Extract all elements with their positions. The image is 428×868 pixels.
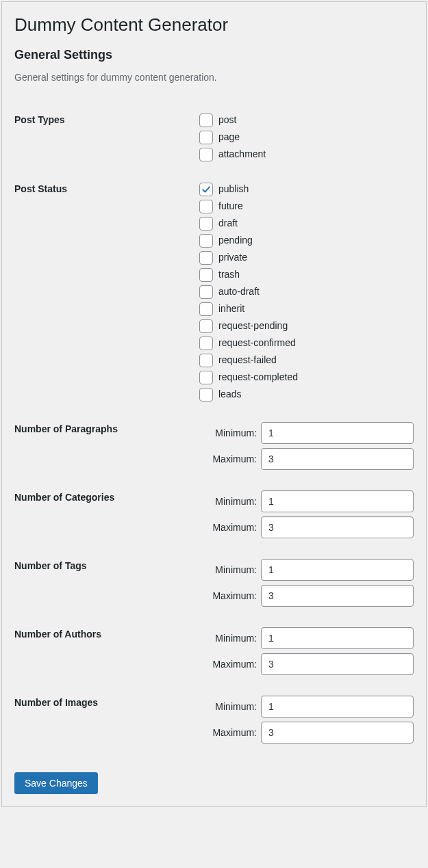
post-status-option: request-completed	[199, 370, 414, 384]
label-num-tags: Number of Tags	[14, 549, 199, 618]
post-type-option: post	[199, 113, 414, 127]
categories-max-input[interactable]	[261, 516, 414, 538]
post-status-option: publish	[199, 182, 414, 196]
section-description: General settings for dummy content gener…	[14, 72, 414, 83]
post-status-label: private	[218, 250, 247, 265]
categories-min-input[interactable]	[261, 490, 414, 512]
post-status-option: draft	[199, 216, 414, 231]
post-status-checkbox-request-completed[interactable]	[199, 371, 213, 384]
label-num-paragraphs: Number of Paragraphs	[14, 412, 199, 481]
label-num-images: Number of Images	[14, 686, 199, 754]
max-label: Maximum:	[199, 453, 261, 464]
tags-min-input[interactable]	[261, 559, 414, 581]
post-status-label: pending	[218, 233, 253, 248]
post-status-checkbox-trash[interactable]	[199, 268, 213, 282]
images-max-input[interactable]	[261, 722, 414, 744]
post-status-label: request-pending	[218, 319, 288, 333]
post-status-label: auto-draft	[218, 285, 260, 299]
min-label: Minimum:	[199, 633, 261, 644]
settings-table: Post Types postpageattachment Post Statu…	[14, 103, 414, 754]
post-status-checkbox-pending[interactable]	[199, 234, 213, 248]
post-status-option: inherit	[199, 302, 414, 316]
post-status-label: trash	[218, 267, 240, 282]
post-status-label: publish	[218, 182, 249, 196]
max-label: Maximum:	[199, 590, 261, 601]
paragraphs-min-input[interactable]	[261, 422, 414, 444]
post-type-checkbox-post[interactable]	[199, 114, 213, 127]
post-type-label: post	[218, 113, 236, 127]
post-status-checkbox-draft[interactable]	[199, 217, 213, 231]
post-status-checkbox-request-confirmed[interactable]	[199, 337, 213, 350]
images-min-input[interactable]	[261, 696, 414, 718]
post-status-label: inherit	[218, 302, 244, 316]
post-status-checkbox-request-pending[interactable]	[199, 319, 213, 333]
post-status-checkbox-inherit[interactable]	[199, 302, 213, 316]
max-label: Maximum:	[199, 727, 261, 738]
label-num-categories: Number of Categories	[14, 481, 199, 549]
post-status-label: request-failed	[218, 353, 277, 367]
post-status-option: private	[199, 250, 414, 265]
min-label: Minimum:	[199, 428, 261, 438]
post-status-label: future	[218, 199, 243, 213]
post-status-checkbox-request-failed[interactable]	[199, 354, 213, 367]
post-status-label: request-completed	[218, 370, 298, 384]
settings-panel: Dummy Content Generator General Settings…	[1, 1, 427, 807]
max-label: Maximum:	[199, 522, 261, 533]
post-status-label: request-confirmed	[218, 336, 296, 350]
post-status-option: request-pending	[199, 319, 414, 333]
post-type-checkbox-page[interactable]	[199, 131, 213, 144]
post-status-checkbox-future[interactable]	[199, 200, 213, 213]
post-status-option: auto-draft	[199, 285, 414, 299]
post-type-option: page	[199, 130, 414, 144]
authors-min-input[interactable]	[261, 627, 414, 649]
max-label: Maximum:	[199, 659, 261, 670]
post-status-option: request-confirmed	[199, 336, 414, 350]
check-icon	[201, 184, 212, 195]
post-type-checkbox-attachment[interactable]	[199, 148, 213, 161]
post-status-option: leads	[199, 387, 414, 402]
post-status-label: leads	[218, 387, 241, 402]
post-type-label: attachment	[218, 147, 266, 161]
save-button[interactable]: Save Changes	[14, 772, 98, 794]
post-status-label: draft	[218, 216, 238, 231]
authors-max-input[interactable]	[261, 653, 414, 675]
min-label: Minimum:	[199, 564, 261, 575]
paragraphs-max-input[interactable]	[261, 448, 414, 470]
post-status-checkbox-publish[interactable]	[199, 183, 213, 196]
post-status-checkbox-leads[interactable]	[199, 388, 213, 402]
label-post-types: Post Types	[14, 103, 199, 172]
post-status-option: pending	[199, 233, 414, 248]
post-status-checkbox-private[interactable]	[199, 251, 213, 265]
post-type-option: attachment	[199, 147, 414, 161]
label-post-status: Post Status	[14, 172, 199, 412]
label-num-authors: Number of Authors	[14, 618, 199, 686]
post-type-label: page	[218, 130, 240, 144]
min-label: Minimum:	[199, 496, 261, 507]
post-status-option: trash	[199, 267, 414, 282]
section-title: General Settings	[14, 48, 414, 62]
tags-max-input[interactable]	[261, 585, 414, 607]
post-status-option: request-failed	[199, 353, 414, 367]
post-status-option: future	[199, 199, 414, 213]
page-title: Dummy Content Generator	[14, 14, 414, 36]
post-status-checkbox-auto-draft[interactable]	[199, 285, 213, 299]
min-label: Minimum:	[199, 701, 261, 712]
